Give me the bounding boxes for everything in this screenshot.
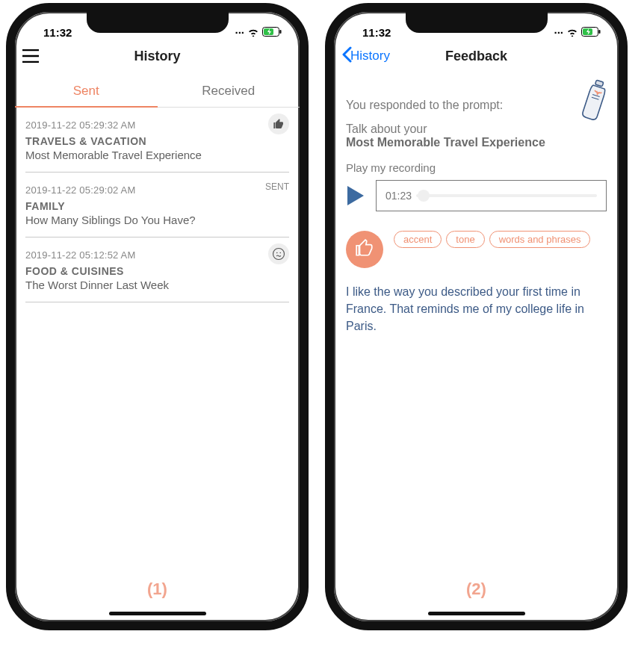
chip-tone[interactable]: tone	[446, 231, 484, 248]
prompt-prefix: Talk about your	[346, 122, 607, 136]
chip-accent[interactable]: accent	[394, 231, 442, 248]
tab-received[interactable]: Received	[158, 76, 300, 107]
cellular-dots-icon: ···	[235, 26, 244, 39]
svg-rect-2	[280, 30, 282, 34]
audio-player: 01:23	[346, 180, 607, 211]
battery-icon	[262, 26, 282, 39]
row-timestamp: 2019-11-22 05:12:52 AM	[25, 249, 289, 261]
play-button[interactable]	[346, 184, 365, 207]
battery-icon	[581, 26, 601, 39]
track-thumb[interactable]	[418, 190, 430, 202]
chevron-left-icon	[341, 46, 350, 66]
row-title: The Worst Dinner Last Week	[25, 279, 289, 291]
page-title: History	[134, 49, 180, 64]
feedback-chips: accent tone words and phrases	[394, 231, 590, 248]
status-time: 11:32	[43, 26, 72, 39]
status-time: 11:32	[362, 26, 391, 39]
menu-button[interactable]	[22, 49, 39, 63]
back-label: History	[350, 49, 390, 63]
face-confused-icon	[268, 243, 289, 264]
svg-point-5	[279, 252, 281, 254]
feedback-rating-cluster: accent tone words and phrases	[346, 231, 607, 268]
back-button[interactable]: History	[341, 46, 390, 66]
list-item[interactable]: 2019-11-22 05:12:52 AM FOOD & CUISINES T…	[25, 237, 289, 302]
phone-feedback: 11:32 ··· History Feedback	[325, 3, 628, 630]
notch	[87, 10, 229, 33]
thumbs-up-icon	[268, 114, 289, 134]
feedback-body: You responded to the prompt: Talk about …	[334, 72, 619, 350]
nav-bar-feedback: History Feedback	[334, 40, 619, 72]
wifi-icon	[566, 26, 578, 39]
play-recording-label: Play my recording	[346, 161, 607, 174]
tab-sent[interactable]: Sent	[15, 76, 158, 108]
chip-words-phrases[interactable]: words and phrases	[489, 231, 591, 248]
page-title: Feedback	[445, 49, 507, 64]
wifi-icon	[247, 26, 259, 39]
svg-point-3	[273, 249, 285, 260]
svg-rect-8	[599, 30, 601, 34]
history-list: 2019-11-22 05:29:32 AM TRAVELS & VACATIO…	[15, 108, 300, 302]
row-category: FAMILY	[25, 200, 289, 212]
notch	[406, 10, 548, 33]
track-progress-bar[interactable]	[416, 194, 597, 197]
prompt-topic: Most Memorable Travel Experience	[346, 136, 607, 149]
row-timestamp: 2019-11-22 05:29:32 AM	[25, 119, 289, 131]
row-title: How Many Siblings Do You Have?	[25, 214, 289, 226]
cellular-dots-icon: ···	[554, 26, 563, 39]
svg-point-4	[276, 252, 278, 254]
figure-label: (2)	[334, 580, 619, 599]
feedback-comment: I like the way you described your first …	[346, 283, 607, 335]
row-timestamp: 2019-11-22 05:29:02 AM	[25, 184, 289, 196]
row-title: Most Memorable Travel Experience	[25, 149, 289, 161]
figure-label: (1)	[15, 580, 300, 599]
prompt-intro: You responded to the prompt:	[346, 99, 607, 112]
row-category: FOOD & CUISINES	[25, 265, 289, 277]
list-item[interactable]: 2019-11-22 05:29:02 AM FAMILY How Many S…	[25, 173, 289, 237]
rating-thumbs-up[interactable]	[346, 231, 383, 268]
phone-history: 11:32 ··· History Sent Received	[6, 3, 309, 630]
hamburger-icon	[22, 49, 39, 63]
home-indicator[interactable]	[428, 612, 525, 615]
history-tabs: Sent Received	[15, 76, 300, 108]
list-item[interactable]: 2019-11-22 05:29:32 AM TRAVELS & VACATIO…	[25, 108, 289, 173]
bottle-icon	[581, 78, 610, 125]
svg-rect-9	[595, 80, 604, 87]
audio-track[interactable]: 01:23	[376, 180, 607, 211]
row-category: TRAVELS & VACATION	[25, 135, 289, 147]
track-time: 01:23	[386, 190, 412, 202]
nav-bar-history: History	[15, 40, 300, 72]
status-badge: SENT	[265, 181, 289, 192]
thumbs-up-icon	[355, 238, 374, 261]
play-icon	[346, 184, 365, 207]
home-indicator[interactable]	[109, 612, 206, 615]
